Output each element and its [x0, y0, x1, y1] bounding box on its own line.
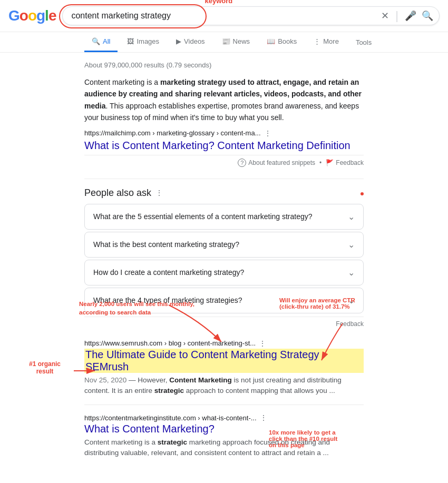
logo-o1: o — [20, 7, 28, 24]
result2-url: https://contentmarketinginstitute.com › … — [84, 414, 257, 422]
annotation-tenth: 10x more likely to get aclick than the #… — [269, 429, 374, 448]
paa-chevron-1: ⌄ — [348, 212, 355, 222]
paa-item-3[interactable]: How do I create a content marketing stra… — [84, 260, 364, 285]
tools-button[interactable]: Tools — [348, 33, 379, 52]
header: Google keyword ✕ | 🎤 🔍 — [0, 0, 448, 32]
snippet-title-link[interactable]: What is Content Marketing? Content Marke… — [84, 140, 364, 152]
images-icon: 🖼 — [127, 37, 134, 45]
feedback-button[interactable]: 🚩 Feedback — [326, 159, 364, 166]
snippet-text: Content marketing is a marketing strateg… — [84, 76, 364, 124]
logo-g2: g — [36, 7, 45, 24]
tab-news[interactable]: 📰 News — [215, 32, 258, 52]
result1-date: Nov 25, 2020 — [84, 376, 126, 384]
paa-title: People also ask — [84, 188, 151, 199]
logo-l: l — [45, 7, 48, 24]
result1-url: https://www.semrush.com › blog › content… — [84, 339, 256, 347]
snippet-url: https://mailchimp.com › marketing-glossa… — [84, 129, 261, 137]
about-snippets-label: About featured snippets — [248, 159, 315, 166]
tab-books[interactable]: 📖 Books — [259, 32, 304, 52]
results-count: About 979,000,000 results (0.79 seconds) — [84, 61, 364, 69]
annotation-ctr: Will enjoy an average CTR(click-thru rat… — [279, 297, 374, 310]
dot-separator: • — [319, 159, 322, 166]
paa-dot-marker — [361, 189, 364, 197]
tab-all-label: All — [103, 37, 110, 45]
keyword-label: keyword — [204, 0, 232, 5]
tab-books-label: Books — [278, 37, 297, 45]
result1-url-line: https://www.semrush.com › blog › content… — [84, 339, 364, 348]
tab-news-label: News — [233, 37, 250, 45]
result2-url-line: https://contentmarketinginstitute.com › … — [84, 413, 364, 422]
tab-more-label: More — [323, 37, 339, 45]
search-icons: ✕ | 🎤 🔍 — [381, 9, 433, 23]
videos-icon: ▶ — [176, 37, 181, 45]
paa-chevron-3: ⌄ — [348, 268, 355, 278]
tab-videos[interactable]: ▶ Videos — [169, 32, 212, 52]
result1-dots[interactable]: ⋮ — [259, 339, 266, 348]
snippet-url-line: https://mailchimp.com › marketing-glossa… — [84, 129, 364, 137]
divider: | — [395, 9, 398, 23]
tab-more[interactable]: ⋮ More — [306, 32, 346, 52]
all-icon: 🔍 — [92, 37, 100, 45]
more-icon: ⋮ — [314, 37, 320, 45]
paa-item-1[interactable]: What are the 5 essential elements of a c… — [84, 204, 364, 230]
result2-dots[interactable]: ⋮ — [260, 413, 267, 422]
paa-header: People also ask ⋮ — [84, 188, 364, 199]
paa-question-1: What are the 5 essential elements of a c… — [93, 212, 313, 221]
books-icon: 📖 — [267, 37, 275, 45]
feedback-label: Feedback — [336, 159, 364, 166]
logo-o2: o — [28, 7, 36, 24]
snippet-footer: ? About featured snippets • 🚩 Feedback — [84, 155, 364, 170]
search-bar-wrapper: keyword ✕ | 🎤 🔍 — [62, 6, 440, 25]
feedback-icon: 🚩 — [326, 159, 334, 166]
about-featured-snippets[interactable]: ? About featured snippets — [238, 159, 315, 167]
paa-menu-dots[interactable]: ⋮ — [155, 189, 163, 197]
organic-result-2: 10x more likely to get aclick than the #… — [84, 413, 364, 459]
google-logo: Google — [8, 7, 56, 24]
annotation-organic: #1 organicresult — [16, 360, 74, 375]
paa-feedback[interactable]: Feedback — [84, 317, 364, 331]
logo-g1: G — [8, 7, 20, 24]
paa-item-2[interactable]: What is the best content marketing strat… — [84, 232, 364, 258]
tab-images[interactable]: 🖼 Images — [120, 32, 167, 52]
result1-title[interactable]: The Ultimate Guide to Content Marketing … — [84, 349, 364, 373]
news-icon: 📰 — [222, 37, 230, 45]
separator-2 — [84, 405, 364, 405]
tab-images-label: Images — [137, 37, 159, 45]
paa-question-2: What is the best content marketing strat… — [93, 240, 239, 249]
question-icon: ? — [238, 159, 246, 167]
paa-chevron-2: ⌄ — [348, 240, 355, 250]
main-content: About 979,000,000 results (0.79 seconds)… — [0, 53, 448, 478]
organic-result-1: #1 organicresult Will enjoy an average C… — [84, 339, 364, 397]
separator-1 — [84, 179, 364, 179]
tab-all[interactable]: 🔍 All — [84, 32, 118, 52]
paa-question-3: How do I create a content marketing stra… — [93, 268, 244, 277]
tab-videos-label: Videos — [184, 37, 205, 45]
clear-icon[interactable]: ✕ — [381, 10, 389, 22]
logo-e: e — [48, 7, 56, 24]
result1-snippet: Nov 25, 2020 — However, Content Marketin… — [84, 375, 364, 397]
snippet-menu-dots[interactable]: ⋮ — [264, 129, 271, 137]
search-icon[interactable]: 🔍 — [422, 10, 433, 22]
mic-icon[interactable]: 🎤 — [405, 10, 416, 22]
annotation-users: Nearly 2,000 users will see this monthly… — [79, 300, 206, 317]
nav-tabs: 🔍 All 🖼 Images ▶ Videos 📰 News 📖 Books ⋮… — [0, 32, 448, 53]
featured-snippet: Content marketing is a marketing strateg… — [84, 76, 364, 170]
